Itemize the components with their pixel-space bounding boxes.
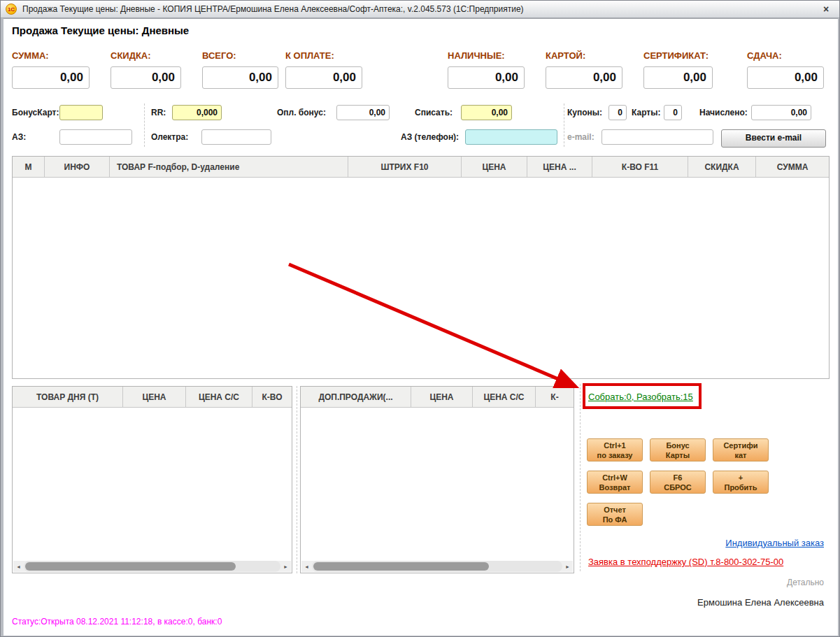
button-line: Сертифи [723, 441, 757, 450]
olektra-label: Олектра: [151, 132, 188, 142]
scroll-thumb[interactable] [313, 562, 489, 571]
scroll-track[interactable] [312, 561, 562, 572]
sale-items-table[interactable]: М ИНФО ТОВАР F-подбор, D-удаление ШТРИХ … [12, 156, 830, 379]
col-sum[interactable]: СУММА [756, 157, 829, 177]
fa-report-button[interactable]: Отчет По ФА [587, 503, 643, 526]
bonus-card-input[interactable] [59, 105, 103, 120]
button-line: F6 [674, 473, 683, 482]
cards-input[interactable] [664, 105, 682, 120]
writeoff-label: Списать: [415, 108, 453, 117]
punch-button[interactable]: + Пробить [713, 471, 769, 494]
product-of-day-header: ТОВАР ДНЯ (Т) ЦЕНА ЦЕНА С/С К-ВО [13, 387, 292, 408]
reset-button[interactable]: F6 СБРОС [650, 471, 706, 494]
separator [297, 386, 297, 573]
col-price[interactable]: ЦЕНА [462, 157, 527, 177]
coupons-label: Купоны: [567, 108, 602, 117]
olektra-input[interactable] [201, 129, 271, 145]
col-barcode[interactable]: ШТРИХ F10 [348, 157, 462, 177]
scroll-right-icon[interactable]: ► [280, 561, 291, 572]
discount-label: СКИДКА: [111, 50, 151, 61]
col-product[interactable]: ТОВАР F-подбор, D-удаление [110, 157, 348, 177]
sale-items-body[interactable] [13, 178, 829, 378]
to-pay-label: К ОПЛАТЕ: [285, 50, 334, 61]
enter-email-button[interactable]: Ввести e-mail [721, 129, 826, 148]
certificate-button[interactable]: Сертифи кат [713, 438, 769, 461]
button-line: Карты [666, 450, 690, 460]
scroll-left-icon[interactable]: ◄ [13, 561, 24, 572]
az-phone-input[interactable] [465, 129, 557, 145]
az-phone-label: АЗ (телефон): [401, 132, 459, 142]
to-pay-value: 0,00 [285, 66, 362, 89]
upsell-table[interactable]: ДОП.ПРОДАЖИ(... ЦЕНА ЦЕНА С/С К- ◄ ► [300, 386, 574, 573]
title-bar: 1С Продажа Текущие цены: Дневные - КОПИЯ… [1, 1, 839, 18]
app-window: 1С Продажа Текущие цены: Дневные - КОПИЯ… [0, 0, 840, 637]
rr-input[interactable] [172, 105, 222, 120]
product-of-day-scrollbar[interactable]: ◄ ► [13, 561, 291, 572]
upsell-scrollbar[interactable]: ◄ ► [301, 561, 573, 572]
change-label: СДАЧА: [747, 50, 782, 61]
button-line: Отчет [604, 505, 626, 515]
scroll-thumb[interactable] [25, 562, 236, 571]
col-info[interactable]: ИНФО [45, 157, 110, 177]
sum-value: 0,00 [12, 66, 90, 89]
col-upsell-qty[interactable]: К- [536, 387, 574, 407]
upsell-header: ДОП.ПРОДАЖИ(... ЦЕНА ЦЕНА С/С К- [301, 387, 574, 408]
col-upsell-product[interactable]: ДОП.ПРОДАЖИ(... [301, 387, 411, 407]
az-label: АЗ: [12, 132, 26, 142]
button-line: Пробить [724, 482, 757, 492]
button-line: Ctrl+W [602, 473, 627, 482]
email-input[interactable] [601, 129, 713, 145]
certificate-label: СЕРТИФИКАТ: [643, 50, 709, 61]
col-day-price[interactable]: ЦЕНА [123, 387, 186, 407]
sale-items-header: М ИНФО ТОВАР F-подбор, D-удаление ШТРИХ … [13, 157, 829, 178]
col-discount[interactable]: СКИДКА [688, 157, 756, 177]
total-value: 0,00 [202, 66, 278, 89]
app-logo-icon: 1С [6, 3, 17, 15]
order-button[interactable]: Ctrl+1 по заказу [587, 438, 643, 461]
coupons-input[interactable] [608, 105, 627, 120]
bonus-cards-button[interactable]: Бонус Карты [650, 438, 706, 461]
paid-bonus-input[interactable] [336, 105, 390, 120]
product-of-day-table[interactable]: ТОВАР ДНЯ (Т) ЦЕНА ЦЕНА С/С К-ВО ◄ ► [12, 386, 292, 573]
scroll-right-icon[interactable]: ► [562, 561, 573, 572]
cash-label: НАЛИЧНЫЕ: [448, 50, 505, 61]
accrued-input[interactable] [751, 105, 811, 120]
cash-value: 0,00 [448, 66, 525, 89]
az-input[interactable] [59, 129, 132, 145]
separator [580, 384, 581, 571]
individual-order-link[interactable]: Индивидуальный заказ [725, 538, 824, 548]
col-upsell-price[interactable]: ЦЕНА [411, 387, 473, 407]
button-line: + [739, 473, 743, 482]
email-label: e-mail: [567, 132, 595, 142]
col-upsell-price-cc[interactable]: ЦЕНА С/С [473, 387, 536, 407]
col-m[interactable]: М [13, 157, 45, 177]
cards-label: Карты: [632, 108, 660, 117]
status-bar: Статус:Открыта 08.12.2021 11:12:18, в ка… [12, 617, 222, 627]
button-line: Бонус [666, 441, 689, 450]
button-line: Возврат [599, 482, 631, 492]
button-line: по заказу [597, 450, 633, 460]
button-line: кат [734, 450, 746, 460]
detail-label: Детально [787, 578, 824, 587]
total-label: ВСЕГО: [202, 50, 236, 61]
scroll-left-icon[interactable]: ◄ [301, 561, 312, 572]
return-button[interactable]: Ctrl+W Возврат [587, 471, 643, 494]
separator [564, 103, 564, 147]
writeoff-input[interactable] [461, 105, 512, 120]
close-icon[interactable]: × [820, 3, 832, 15]
rr-label: RR: [151, 108, 166, 117]
page-title: Продажа Текущие цены: Дневные [12, 24, 189, 36]
support-link[interactable]: Заявка в техподдержку (SD) т.8-800-302-7… [588, 557, 783, 567]
assemble-disassemble-link[interactable]: Собрать:0, Разобрать:15 [588, 392, 693, 402]
button-line: СБРОС [664, 482, 692, 492]
col-price2[interactable]: ЦЕНА ... [527, 157, 592, 177]
separator [144, 103, 145, 147]
col-day-product[interactable]: ТОВАР ДНЯ (Т) [13, 387, 123, 407]
col-day-qty[interactable]: К-ВО [252, 387, 292, 407]
col-qty[interactable]: К-ВО F11 [592, 157, 688, 177]
scroll-track[interactable] [24, 561, 280, 572]
col-day-price-cc[interactable]: ЦЕНА С/С [186, 387, 252, 407]
certificate-value: 0,00 [643, 66, 713, 89]
paid-bonus-label: Опл. бонус: [277, 108, 326, 117]
window-title: Продажа Текущие цены: Дневные - КОПИЯ ЦЕ… [22, 4, 524, 14]
